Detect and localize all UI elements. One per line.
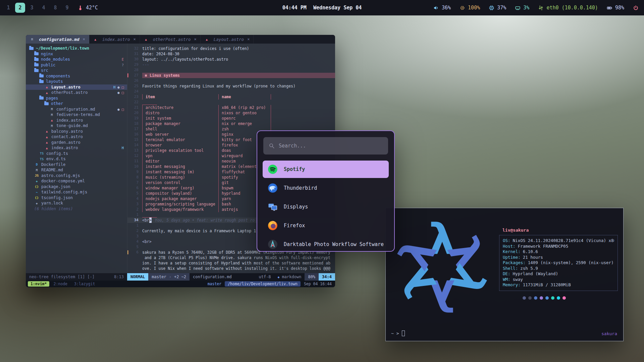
app-item-firefox[interactable]: Firefox [263, 217, 389, 234]
line-number: 2 [130, 207, 142, 212]
close-icon[interactable]: × [133, 37, 136, 42]
app-item-displays[interactable]: Displays [263, 198, 389, 216]
tree-item-tone-guide.md[interactable]: Mtone-guide.md [26, 123, 127, 129]
fetch-terminal-window[interactable]: λ λ λ λ λ λ liv@sakura OS:NixOS 24.11.20… [385, 208, 624, 341]
line-content: ▣Linux systems [142, 73, 335, 78]
tree-item--6-hidden-items-[interactable]: (6 hidden items) [26, 206, 127, 212]
gutter-sign [127, 148, 130, 153]
cursor-position: 34:4 [319, 273, 335, 281]
tree-item-Dockerfile[interactable]: DDockerfile [26, 162, 127, 168]
tab-otherPost.astro[interactable]: ▲otherPost.astro× [140, 35, 201, 44]
network-module[interactable]: eth0 (10.0.0.140) [538, 5, 598, 11]
clock[interactable]: 04:44 PM Wednesday Sep 04 [282, 5, 362, 11]
editor-line[interactable]: 18package managernix or emerge [127, 121, 335, 126]
app-item-thunderbird[interactable]: Thunderbird [263, 179, 389, 197]
volume-module[interactable]: 36% [433, 5, 451, 11]
tree-item-config.ts[interactable]: TSconfig.ts [26, 151, 127, 157]
memory-module[interactable]: 3% [515, 5, 529, 11]
tree-item-~/Development/liv.town[interactable]: ~/Development/liv.town [26, 46, 127, 51]
app-item-spotify[interactable]: Spotify [263, 161, 389, 178]
tab-index.astro[interactable]: ▲index.astro× [89, 35, 140, 44]
launcher-searchbox[interactable] [263, 137, 388, 155]
tree-item-docker-compose.yml[interactable]: ◈docker-compose.yml [26, 178, 127, 184]
battery-module[interactable]: 98% [607, 5, 624, 11]
editor-line[interactable]: 20distronixos or gentoo [127, 110, 335, 116]
editor-line[interactable]: 28 [127, 67, 335, 73]
workspace-2[interactable]: 2 [15, 3, 25, 13]
workspace-8[interactable]: 8 [50, 3, 60, 13]
editor-line[interactable]: 31date: 2024-08-30 [127, 51, 335, 57]
tree-item-Layout.astro[interactable]: ▲Layout.astroH●□ [26, 84, 127, 90]
tree-item-otherPost.astro[interactable]: ▲otherPost.astro●□ [26, 90, 127, 96]
editor-line[interactable]: 24 [127, 89, 335, 94]
tmux-window-3-lazygit[interactable]: 3:lazygit [71, 281, 98, 287]
shell-prompt[interactable]: ~ > [391, 330, 405, 336]
line-content: nodejs package manageryarn [142, 196, 271, 201]
editor-line[interactable]: ove. I use Nix when I need software with… [127, 266, 335, 271]
tree-item-tsconfig.json[interactable]: {}tsconfig.json [26, 195, 127, 201]
tree-item-garden.astro[interactable]: ▲garden.astro [26, 140, 127, 145]
tree-item-other[interactable]: other [26, 101, 127, 107]
gutter-sign [127, 137, 130, 142]
editor-line[interactable]: 21architecturex86_64 (rip m2 pro) [127, 105, 335, 110]
editor-line[interactable]: 25Favorite things regarding Linux and my… [127, 83, 335, 89]
editor-line[interactable]: 26 [127, 78, 335, 83]
tree-item-node-modules[interactable]: node_modulesE [26, 57, 127, 62]
tree-item-README.md[interactable]: MREADME.md [26, 167, 127, 173]
tree-item-configuration.md[interactable]: Mconfiguration.md●□ [26, 107, 127, 112]
scroll-progress: 80% [305, 273, 319, 281]
editor-line[interactable]: 23itemname [127, 94, 335, 100]
line-content: itemname [142, 94, 271, 100]
tree-item-index.astro[interactable]: ▲index.astro [26, 118, 127, 123]
tree-item-pages[interactable]: pages [26, 96, 127, 101]
editor-line[interactable]: 19init systemopenrc [127, 116, 335, 121]
tree-item-env.d.ts[interactable]: TSenv.d.ts [26, 156, 127, 162]
git-status-badges: ? [122, 63, 124, 67]
brightness-module[interactable]: 100% [460, 5, 480, 11]
statusline: NORMAL master › +2 ~2 configuration.md u… [127, 273, 335, 281]
workspace-9[interactable]: 9 [62, 3, 72, 13]
tree-item-contact.astro[interactable]: ▲contact.astro [26, 134, 127, 140]
power-button[interactable] [633, 5, 639, 11]
tree-item-fediverse-terms.md[interactable]: Mfediverse-terms.md [26, 112, 127, 118]
search-input[interactable] [279, 143, 383, 149]
file-tree: ~/Development/liv.townnginxnode_modulesE… [26, 44, 127, 273]
temperature-module[interactable]: 42°C [77, 5, 98, 11]
tab-Layout.astro[interactable]: ▲Layout.astro× [201, 35, 254, 44]
gutter-sign [127, 83, 130, 89]
astro-icon: ▲ [93, 38, 98, 41]
tree-item-components[interactable]: components [26, 73, 127, 79]
editor-line[interactable]: 30layout: ../../layouts/otherPost.astro [127, 57, 335, 62]
tree-item-nginx[interactable]: nginx [26, 51, 127, 57]
cpu-module[interactable]: 37% [489, 5, 506, 11]
workspace-3[interactable]: 3 [27, 3, 37, 13]
tree-item-tailwind.config.mjs[interactable]: ~tailwind.config.mjs [26, 189, 127, 195]
tree-item-yarn.lock[interactable]: ◆yarn.lock [26, 200, 127, 206]
editor-line[interactable]: 32title: configuration for devices i use… [127, 46, 335, 51]
editor-line[interactable]: ▍27▣Linux systems [127, 73, 335, 78]
editor-line[interactable]: and a 2TB (Crucial P5 Plus) NVMe drive. … [127, 255, 335, 260]
editor-line[interactable]: 22 [127, 100, 335, 105]
tree-item-index.astro[interactable]: ▲index.astroH [26, 145, 127, 151]
editor-line[interactable]: 29--- [127, 62, 335, 67]
workspace-4[interactable]: 4 [39, 3, 49, 13]
tab-configuration.md[interactable]: Mconfiguration.md× [26, 35, 89, 44]
gutter-sign [127, 234, 130, 239]
tmux-window-2-node[interactable]: 2:node [51, 281, 70, 287]
app-item-darktable[interactable]: Darktable Photo Workflow Software [263, 236, 389, 252]
workspace-1[interactable]: 1 [3, 3, 13, 13]
tree-item-balcony.astro[interactable]: ▲balcony.astro [26, 129, 127, 134]
folder-icon [29, 47, 34, 50]
tree-item-src[interactable]: src [26, 68, 127, 73]
close-icon[interactable]: × [83, 37, 85, 42]
line-content: web servernginx [142, 132, 271, 137]
close-icon[interactable]: × [247, 37, 250, 42]
editor-line[interactable]: ion. I have a setup consisting of Hyprla… [127, 260, 335, 266]
tree-item-public[interactable]: public? [26, 62, 127, 68]
tree-item-astro.config.mjs[interactable]: JSastro.config.mjs [26, 173, 127, 179]
tree-item-layouts[interactable]: layouts [26, 79, 127, 84]
tree-item-package.json[interactable]: {}package.json [26, 184, 127, 190]
line-content: date: 2024-08-30 [142, 51, 179, 57]
tmux-window-1-nvim-[interactable]: 1:nvim* [28, 281, 49, 287]
close-icon[interactable]: × [194, 37, 197, 42]
